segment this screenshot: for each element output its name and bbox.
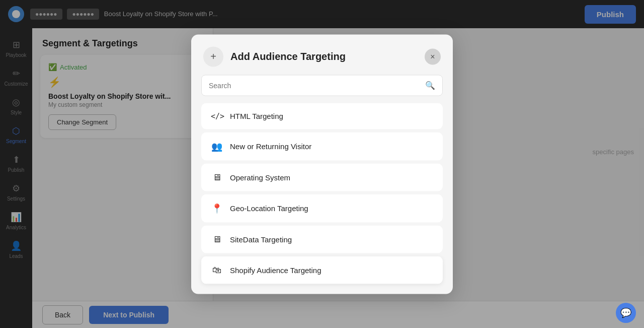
sitedata-label: SiteData Targeting bbox=[230, 235, 292, 243]
shopify-audience-option[interactable]: 🛍 Shopify Audience Targeting bbox=[201, 256, 443, 284]
modal-search-bar[interactable]: 🔍 bbox=[201, 75, 443, 96]
html-targeting-option[interactable]: </> HTML Targeting bbox=[201, 103, 443, 129]
operating-system-label: Operating System bbox=[230, 173, 290, 181]
html-targeting-icon: </> bbox=[211, 111, 223, 120]
geo-location-icon: 📍 bbox=[211, 203, 223, 214]
shopify-icon: 🛍 bbox=[211, 265, 223, 275]
geo-location-option[interactable]: 📍 Geo-Location Targeting bbox=[201, 194, 443, 222]
new-returning-visitor-option[interactable]: 👥 New or Returning Visitor bbox=[201, 132, 443, 160]
modal-title: Add Audience Targeting bbox=[230, 51, 418, 62]
html-targeting-label: HTML Targeting bbox=[230, 112, 283, 120]
operating-system-option[interactable]: 🖥 Operating System bbox=[201, 163, 443, 191]
search-icon: 🔍 bbox=[425, 81, 435, 90]
add-audience-targeting-modal: + Add Audience Targeting × 🔍 </> HTML Ta… bbox=[191, 34, 453, 294]
targeting-options-list: </> HTML Targeting 👥 New or Returning Vi… bbox=[191, 103, 453, 284]
operating-system-icon: 🖥 bbox=[211, 172, 223, 182]
search-input[interactable] bbox=[209, 81, 425, 89]
modal-close-button[interactable]: × bbox=[425, 48, 441, 64]
geo-location-label: Geo-Location Targeting bbox=[230, 204, 308, 213]
modal-plus-icon: + bbox=[203, 46, 223, 67]
shopify-audience-label: Shopify Audience Targeting bbox=[230, 266, 321, 274]
sitedata-icon: 🖥 bbox=[211, 234, 223, 244]
visitors-icon: 👥 bbox=[211, 141, 223, 152]
modal-header: + Add Audience Targeting × bbox=[191, 34, 453, 75]
new-returning-label: New or Returning Visitor bbox=[230, 142, 311, 151]
chat-icon: 💬 bbox=[620, 307, 631, 318]
chat-bubble[interactable]: 💬 bbox=[616, 303, 636, 323]
sitedata-targeting-option[interactable]: 🖥 SiteData Targeting bbox=[201, 225, 443, 253]
